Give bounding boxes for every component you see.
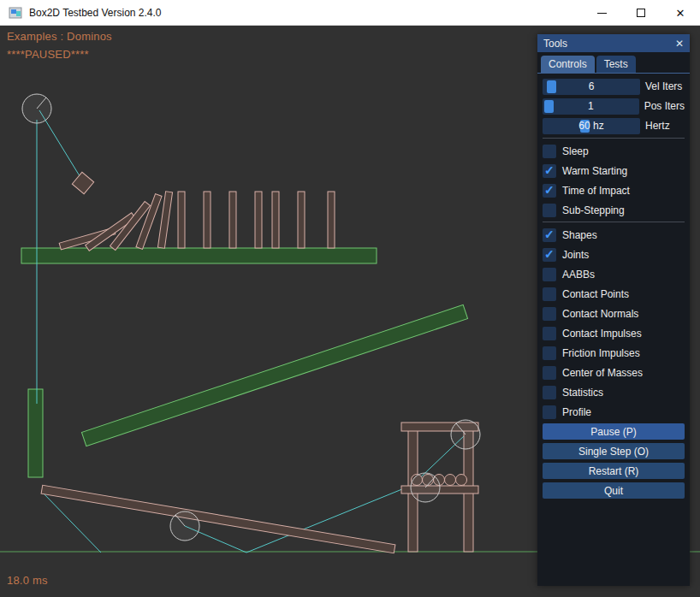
- checkbox-shapes[interactable]: ✓ Shapes: [543, 227, 685, 243]
- checkbox-sleep-label: Sleep: [562, 145, 589, 157]
- checkbox-friction-impulses-box[interactable]: ✓: [543, 346, 556, 360]
- client-area: Examples : Dominos ****PAUSED**** 18.0 m…: [0, 26, 700, 597]
- checkbox-sleep-box[interactable]: ✓: [543, 145, 556, 158]
- window-controls: ✕: [582, 0, 700, 26]
- pendulum-group[interactable]: [22, 94, 94, 194]
- dominoes-standing[interactable]: [178, 192, 335, 248]
- tools-content: 6 Vel Iters 1 Pos Iters 60 hz: [537, 74, 690, 506]
- checkbox-contact-impulses-label: Contact Impulses: [562, 328, 642, 340]
- frame-time-label: 18.0 ms: [7, 574, 48, 587]
- hertz-row: 60 hz Hertz: [543, 117, 685, 134]
- support-post: [28, 389, 43, 477]
- checkbox-contact-impulses[interactable]: ✓ Contact Impulses: [543, 325, 685, 341]
- separator: [543, 222, 685, 222]
- pos-iters-label: Pos Iters: [644, 100, 685, 112]
- checkbox-friction-impulses[interactable]: ✓ Friction Impulses: [543, 345, 685, 361]
- check-icon: ✓: [544, 163, 555, 177]
- checkbox-profile[interactable]: ✓ Profile: [543, 404, 685, 420]
- pos-iters-row: 1 Pos Iters: [543, 98, 685, 115]
- checkbox-shapes-label: Shapes: [562, 229, 597, 241]
- checkbox-friction-impulses-label: Friction Impulses: [562, 347, 640, 359]
- hertz-slider[interactable]: 60 hz: [543, 118, 640, 134]
- checkbox-aabbs-label: AABBs: [562, 269, 595, 281]
- tools-panel: Tools ✕ Controls Tests 6 Vel Iters: [537, 34, 690, 586]
- checkbox-sub-stepping-box[interactable]: ✓: [543, 204, 556, 217]
- checkbox-statistics-box[interactable]: ✓: [543, 386, 556, 399]
- tab-controls[interactable]: Controls: [541, 56, 595, 73]
- checkbox-aabbs-box[interactable]: ✓: [543, 268, 556, 281]
- seesaw-plank: [41, 485, 395, 553]
- checkbox-sub-stepping-label: Sub-Stepping: [562, 204, 625, 216]
- tools-close-icon[interactable]: ✕: [675, 38, 684, 50]
- window-title: Box2D Testbed Version 2.4.0: [29, 7, 162, 19]
- close-button[interactable]: ✕: [661, 0, 700, 26]
- tools-titlebar[interactable]: Tools ✕: [537, 34, 690, 52]
- paused-label: ****PAUSED****: [7, 48, 89, 61]
- maximize-icon: [637, 9, 645, 17]
- pos-iters-slider[interactable]: 1: [543, 98, 639, 115]
- checkbox-profile-label: Profile: [562, 406, 591, 418]
- checkbox-time-of-impact-box[interactable]: ✓: [543, 184, 556, 198]
- seesaw-group[interactable]: [41, 485, 395, 553]
- hertz-value: 60 hz: [543, 118, 640, 134]
- cart-structure[interactable]: [401, 420, 480, 552]
- check-icon: ✓: [544, 228, 555, 241]
- app-window: Box2D Testbed Version 2.4.0 ✕: [0, 0, 700, 597]
- vel-iters-slider[interactable]: 6: [543, 79, 640, 95]
- checkbox-aabbs[interactable]: ✓ AABBs: [543, 266, 685, 282]
- pendulum-bob: [72, 172, 93, 193]
- checkbox-center-of-masses-box[interactable]: ✓: [543, 366, 556, 380]
- titlebar: Box2D Testbed Version 2.4.0 ✕: [0, 0, 700, 26]
- checkbox-statistics-label: Statistics: [562, 387, 603, 399]
- checkbox-sleep[interactable]: ✓ Sleep: [543, 143, 685, 159]
- checkbox-warm-starting[interactable]: ✓ Warm Starting: [543, 163, 685, 179]
- single-step-button[interactable]: Single Step (O): [543, 443, 685, 459]
- checkbox-contact-normals-box[interactable]: ✓: [543, 307, 556, 321]
- checkbox-sub-stepping[interactable]: ✓ Sub-Stepping: [543, 202, 685, 218]
- checkbox-joints-box[interactable]: ✓: [543, 248, 556, 262]
- example-label: Examples : Dominos: [7, 30, 112, 43]
- restart-button[interactable]: Restart (R): [543, 463, 685, 479]
- checkbox-profile-box[interactable]: ✓: [543, 405, 556, 419]
- maximize-button[interactable]: [621, 0, 661, 26]
- checkbox-contact-points[interactable]: ✓ Contact Points: [543, 286, 685, 302]
- tools-tabbar: Controls Tests: [537, 52, 690, 74]
- quit-button[interactable]: Quit: [543, 482, 685, 499]
- checkbox-time-of-impact-label: Time of Impact: [562, 185, 630, 197]
- check-icon: ✓: [544, 183, 555, 197]
- minimize-icon: [597, 13, 607, 14]
- checkbox-joints-label: Joints: [562, 249, 589, 261]
- hertz-label: Hertz: [645, 120, 670, 132]
- checkbox-center-of-masses-label: Center of Masses: [562, 367, 643, 379]
- vel-iters-row: 6 Vel Iters: [543, 78, 685, 95]
- app-icon: [9, 6, 22, 20]
- checkbox-statistics[interactable]: ✓ Statistics: [543, 384, 685, 400]
- vel-iters-label: Vel Iters: [645, 80, 682, 92]
- checkbox-contact-normals-label: Contact Normals: [562, 308, 638, 320]
- pos-iters-value: 1: [543, 98, 639, 115]
- checkbox-contact-points-label: Contact Points: [562, 288, 629, 300]
- checkbox-contact-points-box[interactable]: ✓: [543, 287, 556, 301]
- close-icon: ✕: [676, 8, 685, 19]
- separator: [543, 138, 685, 139]
- checkbox-joints[interactable]: ✓ Joints: [543, 246, 685, 263]
- checkbox-contact-impulses-box[interactable]: ✓: [543, 327, 556, 340]
- platform-shelf: [21, 248, 377, 263]
- checkbox-warm-starting-box[interactable]: ✓: [543, 164, 556, 178]
- checkbox-warm-starting-label: Warm Starting: [562, 165, 627, 177]
- check-icon: ✓: [544, 247, 555, 261]
- tab-tests[interactable]: Tests: [596, 56, 636, 73]
- pause-button[interactable]: Pause (P): [543, 423, 685, 440]
- checkbox-center-of-masses[interactable]: ✓ Center of Masses: [543, 364, 685, 381]
- vel-iters-value: 6: [543, 79, 640, 95]
- dominoes-falling[interactable]: [59, 192, 172, 251]
- tools-title: Tools: [543, 38, 567, 50]
- minimize-button[interactable]: [582, 0, 621, 26]
- checkbox-time-of-impact[interactable]: ✓ Time of Impact: [543, 182, 685, 198]
- checkbox-shapes-box[interactable]: ✓: [543, 228, 556, 242]
- checkbox-contact-normals[interactable]: ✓ Contact Normals: [543, 305, 685, 322]
